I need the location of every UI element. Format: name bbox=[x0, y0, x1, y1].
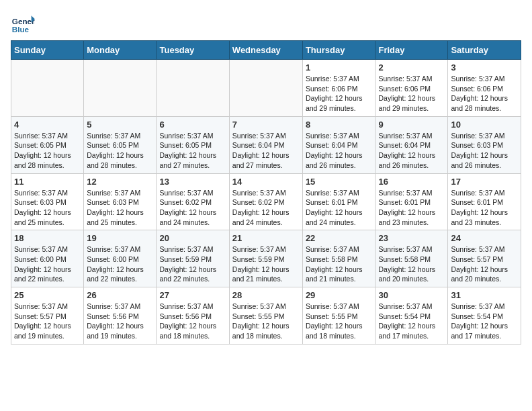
day-info: Sunrise: 5:37 AMSunset: 5:59 PMDaylight:… bbox=[159, 244, 226, 284]
day-number: 23 bbox=[378, 233, 445, 243]
day-number: 17 bbox=[451, 177, 518, 187]
weekday-header-friday: Friday bbox=[375, 41, 448, 60]
day-number: 24 bbox=[451, 233, 518, 243]
calendar-cell: 19Sunrise: 5:37 AMSunset: 6:00 PMDayligh… bbox=[84, 230, 157, 287]
day-info: Sunrise: 5:37 AMSunset: 6:04 PMDaylight:… bbox=[378, 131, 445, 171]
day-info: Sunrise: 5:37 AMSunset: 5:56 PMDaylight:… bbox=[87, 302, 153, 341]
calendar-cell: 7Sunrise: 5:37 AMSunset: 6:04 PMDaylight… bbox=[229, 116, 302, 173]
day-number: 15 bbox=[306, 177, 373, 187]
calendar-cell: 8Sunrise: 5:37 AMSunset: 6:04 PMDaylight… bbox=[302, 116, 375, 173]
day-info: Sunrise: 5:37 AMSunset: 5:54 PMDaylight:… bbox=[378, 302, 445, 341]
calendar-cell bbox=[229, 60, 302, 117]
day-info: Sunrise: 5:37 AMSunset: 5:55 PMDaylight:… bbox=[232, 302, 300, 341]
day-info: Sunrise: 5:37 AMSunset: 6:05 PMDaylight:… bbox=[159, 131, 226, 171]
calendar-cell bbox=[11, 60, 84, 117]
calendar-cell: 29Sunrise: 5:37 AMSunset: 5:55 PMDayligh… bbox=[302, 287, 375, 345]
day-info: Sunrise: 5:37 AMSunset: 6:05 PMDaylight:… bbox=[14, 131, 81, 171]
day-number: 5 bbox=[87, 120, 153, 130]
day-info: Sunrise: 5:37 AMSunset: 5:57 PMDaylight:… bbox=[451, 244, 518, 284]
day-number: 4 bbox=[14, 120, 81, 130]
calendar-cell: 17Sunrise: 5:37 AMSunset: 6:01 PMDayligh… bbox=[448, 173, 521, 230]
calendar-cell: 12Sunrise: 5:37 AMSunset: 6:03 PMDayligh… bbox=[84, 173, 157, 230]
day-number: 6 bbox=[159, 120, 226, 130]
calendar-cell: 31Sunrise: 5:37 AMSunset: 5:54 PMDayligh… bbox=[448, 287, 521, 345]
day-info: Sunrise: 5:37 AMSunset: 5:55 PMDaylight:… bbox=[306, 302, 373, 341]
day-info: Sunrise: 5:37 AMSunset: 6:03 PMDaylight:… bbox=[451, 131, 518, 171]
day-info: Sunrise: 5:37 AMSunset: 5:57 PMDaylight:… bbox=[14, 302, 81, 341]
day-number: 8 bbox=[306, 120, 373, 130]
day-number: 1 bbox=[306, 62, 373, 73]
calendar-cell: 27Sunrise: 5:37 AMSunset: 5:56 PMDayligh… bbox=[157, 287, 229, 345]
day-info: Sunrise: 5:37 AMSunset: 6:00 PMDaylight:… bbox=[14, 244, 81, 284]
day-info: Sunrise: 5:37 AMSunset: 5:54 PMDaylight:… bbox=[451, 302, 518, 341]
day-number: 9 bbox=[378, 120, 445, 130]
weekday-header-sunday: Sunday bbox=[11, 41, 84, 60]
calendar-cell: 16Sunrise: 5:37 AMSunset: 6:01 PMDayligh… bbox=[375, 173, 448, 230]
day-info: Sunrise: 5:37 AMSunset: 6:03 PMDaylight:… bbox=[87, 188, 153, 228]
calendar-cell: 22Sunrise: 5:37 AMSunset: 5:58 PMDayligh… bbox=[302, 230, 375, 287]
day-number: 19 bbox=[87, 233, 153, 243]
day-number: 22 bbox=[306, 233, 373, 243]
day-info: Sunrise: 5:37 AMSunset: 6:06 PMDaylight:… bbox=[378, 74, 445, 113]
calendar-cell: 1Sunrise: 5:37 AMSunset: 6:06 PMDaylight… bbox=[302, 60, 375, 117]
day-info: Sunrise: 5:37 AMSunset: 5:58 PMDaylight:… bbox=[378, 244, 445, 284]
calendar-cell: 15Sunrise: 5:37 AMSunset: 6:01 PMDayligh… bbox=[302, 173, 375, 230]
calendar-cell: 30Sunrise: 5:37 AMSunset: 5:54 PMDayligh… bbox=[375, 287, 448, 345]
day-info: Sunrise: 5:37 AMSunset: 5:59 PMDaylight:… bbox=[232, 244, 300, 284]
calendar-cell bbox=[84, 60, 157, 117]
calendar-week-row: 1Sunrise: 5:37 AMSunset: 6:06 PMDaylight… bbox=[11, 60, 521, 117]
day-number: 21 bbox=[232, 233, 300, 243]
calendar-cell: 14Sunrise: 5:37 AMSunset: 6:02 PMDayligh… bbox=[229, 173, 302, 230]
calendar-cell: 25Sunrise: 5:37 AMSunset: 5:57 PMDayligh… bbox=[11, 287, 84, 345]
calendar-cell: 5Sunrise: 5:37 AMSunset: 6:05 PMDaylight… bbox=[84, 116, 157, 173]
weekday-header-monday: Monday bbox=[84, 41, 157, 60]
day-info: Sunrise: 5:37 AMSunset: 6:04 PMDaylight:… bbox=[306, 131, 373, 171]
day-number: 12 bbox=[87, 177, 153, 187]
day-number: 14 bbox=[232, 177, 300, 187]
day-number: 11 bbox=[14, 177, 81, 187]
calendar-cell bbox=[157, 60, 229, 117]
calendar-cell: 26Sunrise: 5:37 AMSunset: 5:56 PMDayligh… bbox=[84, 287, 157, 345]
day-info: Sunrise: 5:37 AMSunset: 6:03 PMDaylight:… bbox=[14, 188, 81, 228]
day-info: Sunrise: 5:37 AMSunset: 6:04 PMDaylight:… bbox=[232, 131, 300, 171]
weekday-header-tuesday: Tuesday bbox=[157, 41, 229, 60]
day-number: 18 bbox=[14, 233, 81, 243]
day-number: 25 bbox=[14, 290, 81, 300]
page-header: General Blue bbox=[11, 11, 521, 35]
calendar-cell: 20Sunrise: 5:37 AMSunset: 5:59 PMDayligh… bbox=[157, 230, 229, 287]
day-info: Sunrise: 5:37 AMSunset: 6:06 PMDaylight:… bbox=[451, 74, 518, 113]
calendar-cell: 18Sunrise: 5:37 AMSunset: 6:00 PMDayligh… bbox=[11, 230, 84, 287]
day-info: Sunrise: 5:37 AMSunset: 6:06 PMDaylight:… bbox=[306, 74, 373, 113]
day-number: 29 bbox=[306, 290, 373, 300]
calendar-cell: 3Sunrise: 5:37 AMSunset: 6:06 PMDaylight… bbox=[448, 60, 521, 117]
day-info: Sunrise: 5:37 AMSunset: 5:56 PMDaylight:… bbox=[159, 302, 226, 341]
day-number: 28 bbox=[232, 290, 300, 300]
day-number: 27 bbox=[159, 290, 226, 300]
calendar-header-row: SundayMondayTuesdayWednesdayThursdayFrid… bbox=[11, 41, 521, 60]
calendar-cell: 23Sunrise: 5:37 AMSunset: 5:58 PMDayligh… bbox=[375, 230, 448, 287]
calendar-cell: 28Sunrise: 5:37 AMSunset: 5:55 PMDayligh… bbox=[229, 287, 302, 345]
calendar-week-row: 4Sunrise: 5:37 AMSunset: 6:05 PMDaylight… bbox=[11, 116, 521, 173]
svg-text:Blue: Blue bbox=[12, 25, 30, 34]
calendar-cell: 24Sunrise: 5:37 AMSunset: 5:57 PMDayligh… bbox=[448, 230, 521, 287]
calendar-cell: 10Sunrise: 5:37 AMSunset: 6:03 PMDayligh… bbox=[448, 116, 521, 173]
day-number: 16 bbox=[378, 177, 445, 187]
logo[interactable]: General Blue bbox=[11, 11, 35, 35]
logo-icon: General Blue bbox=[11, 11, 35, 35]
day-info: Sunrise: 5:37 AMSunset: 6:01 PMDaylight:… bbox=[451, 188, 518, 228]
day-info: Sunrise: 5:37 AMSunset: 6:02 PMDaylight:… bbox=[232, 188, 300, 228]
day-number: 20 bbox=[159, 233, 226, 243]
day-number: 31 bbox=[451, 290, 518, 300]
day-number: 7 bbox=[232, 120, 300, 130]
day-info: Sunrise: 5:37 AMSunset: 5:58 PMDaylight:… bbox=[306, 244, 373, 284]
weekday-header-thursday: Thursday bbox=[302, 41, 375, 60]
calendar-cell: 11Sunrise: 5:37 AMSunset: 6:03 PMDayligh… bbox=[11, 173, 84, 230]
calendar-table: SundayMondayTuesdayWednesdayThursdayFrid… bbox=[11, 40, 521, 345]
calendar-week-row: 11Sunrise: 5:37 AMSunset: 6:03 PMDayligh… bbox=[11, 173, 521, 230]
day-number: 26 bbox=[87, 290, 153, 300]
calendar-cell: 21Sunrise: 5:37 AMSunset: 5:59 PMDayligh… bbox=[229, 230, 302, 287]
calendar-week-row: 18Sunrise: 5:37 AMSunset: 6:00 PMDayligh… bbox=[11, 230, 521, 287]
weekday-header-saturday: Saturday bbox=[448, 41, 521, 60]
calendar-cell: 13Sunrise: 5:37 AMSunset: 6:02 PMDayligh… bbox=[157, 173, 229, 230]
day-number: 30 bbox=[378, 290, 445, 300]
